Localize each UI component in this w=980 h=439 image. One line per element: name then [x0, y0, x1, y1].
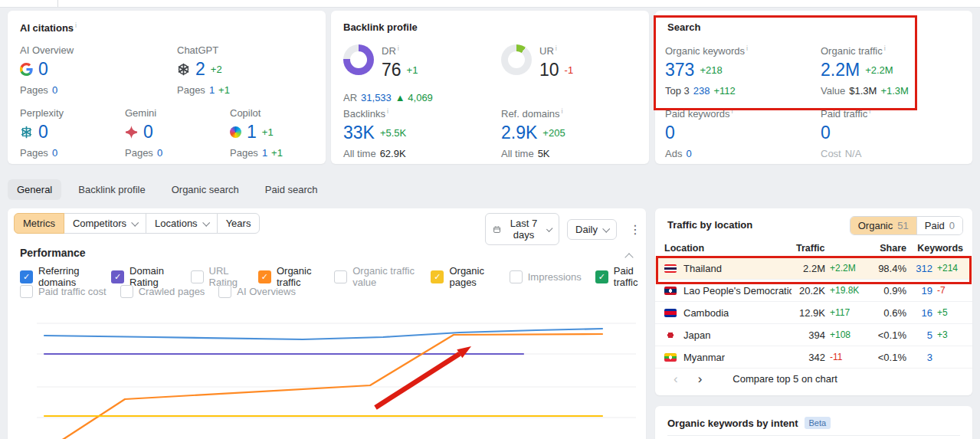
chevron-down-icon: [602, 224, 610, 232]
next-page-button[interactable]: ›: [692, 371, 709, 387]
search-card: Search Organic keywordsi 373+218 Top 323…: [655, 11, 972, 164]
checkbox-organic-traffic-value[interactable]: ✓Organic traffic value: [334, 265, 417, 288]
backlink-profile-card: Backlink profile DRi 76+1 AR 31,533 ▲ 4,…: [331, 11, 649, 164]
checkbox-impressions[interactable]: ✓Impressions: [510, 270, 582, 283]
cambodia-flag-icon: [664, 309, 677, 317]
chevron-down-icon: [131, 219, 139, 227]
metric-gemini: Gemini 0 Pages0: [125, 107, 221, 159]
laos-flag-icon: [664, 287, 677, 295]
chevron-down-icon: [202, 219, 210, 227]
location-table-header: Location Traffic Share Keywords: [664, 239, 963, 258]
copilot-icon: [230, 126, 241, 138]
metric-ref-domains: Ref. domainsi 2.9K+205 All time5K: [501, 107, 647, 159]
info-icon[interactable]: i: [732, 107, 733, 115]
thailand-flag-icon: [664, 264, 677, 273]
dr-donut-chart: [343, 44, 374, 75]
section-tabs: General Backlink profile Organic search …: [8, 179, 327, 200]
checkbox-paid-traffic-cost[interactable]: ✓Paid traffic cost: [20, 285, 107, 298]
location-row-thailand[interactable]: Thailand 2.2M +2.2M 98.4% 312 +214: [655, 257, 972, 280]
metric-chatgpt: ChatGPT 2 +2 Pages1+1: [177, 44, 323, 96]
metric-organic-traffic: Organic traffici 2.2M+2.2M Value$1.3M+1.…: [821, 44, 966, 97]
metric-checkbox-row-2: ✓Paid traffic cost ✓Crawled pages ✓AI Ov…: [20, 285, 296, 298]
metric-organic-keywords: Organic keywordsi 373+218 Top 3238+112: [665, 44, 811, 97]
metric-copilot: Copilot 1 +1 Pages1+1: [230, 107, 318, 159]
myanmar-flag-icon: [664, 353, 677, 362]
competitors-dropdown[interactable]: Competitors: [64, 213, 146, 234]
info-icon[interactable]: i: [562, 107, 563, 115]
years-button[interactable]: Years: [217, 213, 261, 234]
gemini-icon: [125, 126, 138, 139]
domain-rating-block: DRi 76+1: [343, 44, 418, 80]
location-table-rows: Thailand 2.2M +2.2M 98.4% 312 +214 Lao P…: [655, 257, 972, 369]
organic-paid-toggle: Organic51 Paid0: [850, 216, 963, 235]
info-icon[interactable]: i: [398, 44, 399, 52]
checkbox-organic-pages[interactable]: ✓Organic pages: [431, 265, 495, 288]
location-pagination: ‹ › Compare top 5 on chart: [667, 371, 837, 387]
google-icon: [20, 63, 33, 76]
toggle-paid[interactable]: Paid0: [916, 217, 962, 234]
info-icon[interactable]: i: [869, 107, 870, 115]
ur-donut-chart: [501, 44, 532, 75]
granularity-dropdown[interactable]: Daily: [567, 219, 617, 240]
backlink-profile-title: Backlink profile: [343, 21, 418, 33]
compare-top5-link[interactable]: Compare top 5 on chart: [733, 373, 837, 385]
performance-title: Performance: [20, 247, 86, 259]
location-row-myanmar[interactable]: Myanmar 342 -11 <0.1% 3: [655, 346, 972, 369]
metric-ai-overview: AI Overview 0 Pages0: [20, 44, 166, 96]
traffic-by-location-card: Traffic by location Organic51 Paid0 Loca…: [655, 208, 972, 395]
info-icon[interactable]: i: [75, 21, 77, 29]
prev-page-button[interactable]: ‹: [667, 371, 684, 387]
metrics-button[interactable]: Metrics: [14, 213, 64, 234]
keywords-by-intent-card: Organic keywords by intent Beta: [655, 406, 972, 439]
metric-backlinks: Backlinksi 33K+5.5K All time62.9K: [343, 107, 489, 159]
chatgpt-icon: [177, 63, 190, 76]
metric-paid-traffic: Paid traffici 0 CostN/A: [821, 107, 966, 159]
tab-general[interactable]: General: [8, 179, 61, 200]
japan-flag-icon: [664, 331, 677, 339]
calendar-icon: [493, 224, 500, 234]
date-controls: Last 7 days Daily ⋮: [485, 213, 646, 245]
performance-panel: Metrics Competitors Locations Years Last…: [8, 208, 646, 439]
collapse-section-button[interactable]: [623, 248, 635, 266]
chevron-down-icon: [546, 225, 553, 232]
info-icon[interactable]: i: [556, 44, 557, 52]
location-row-cambodia[interactable]: Cambodia 12.9K +117 0.6% 16 +5: [655, 302, 972, 324]
ai-citations-card: AI citationsi AI Overview 0 Pages0 ChatG…: [8, 11, 326, 164]
tab-backlink-profile[interactable]: Backlink profile: [69, 179, 154, 200]
date-range-dropdown[interactable]: Last 7 days: [485, 213, 559, 245]
location-row-japan[interactable]: Japan 394 +108 <0.1% 5 +3: [655, 324, 972, 346]
location-row-laos[interactable]: Lao People's Democratic Reput 20.2K +19.…: [655, 280, 972, 302]
info-icon[interactable]: i: [884, 44, 886, 52]
top-edge-strip: [0, 0, 980, 8]
annotation-arrow-shaft: [375, 354, 460, 408]
chevron-up-icon: [624, 253, 633, 261]
tab-organic-search[interactable]: Organic search: [162, 179, 248, 200]
tab-paid-search[interactable]: Paid search: [256, 179, 327, 200]
traffic-by-location-title: Traffic by location: [667, 219, 752, 231]
info-icon[interactable]: i: [387, 107, 388, 115]
metric-perplexity: Perplexity 0 Pages0: [20, 107, 116, 159]
ai-citations-title: AI citationsi: [20, 21, 77, 34]
search-title: Search: [667, 21, 700, 33]
locations-dropdown[interactable]: Locations: [146, 213, 218, 234]
perplexity-icon: [20, 126, 33, 139]
toggle-organic[interactable]: Organic51: [851, 217, 916, 234]
kebab-menu-icon[interactable]: ⋮: [624, 221, 646, 238]
keywords-by-intent-title: Organic keywords by intent Beta: [667, 417, 831, 429]
info-icon[interactable]: i: [746, 44, 748, 52]
checkbox-ai-overviews[interactable]: ✓AI Overviews: [218, 285, 296, 298]
filter-segmented-control: Metrics Competitors Locations Years: [14, 213, 260, 234]
url-rating-block: URi 10-1: [501, 44, 573, 80]
checkbox-paid-traffic[interactable]: ✓Paid traffic: [595, 265, 646, 288]
checkbox-crawled-pages[interactable]: ✓Crawled pages: [120, 285, 205, 298]
metric-paid-keywords: Paid keywordsi 0 Ads0: [665, 107, 811, 159]
ahrefs-rank: AR 31,533 ▲ 4,069: [343, 92, 433, 103]
beta-badge: Beta: [805, 417, 831, 429]
performance-chart: [8, 304, 646, 439]
